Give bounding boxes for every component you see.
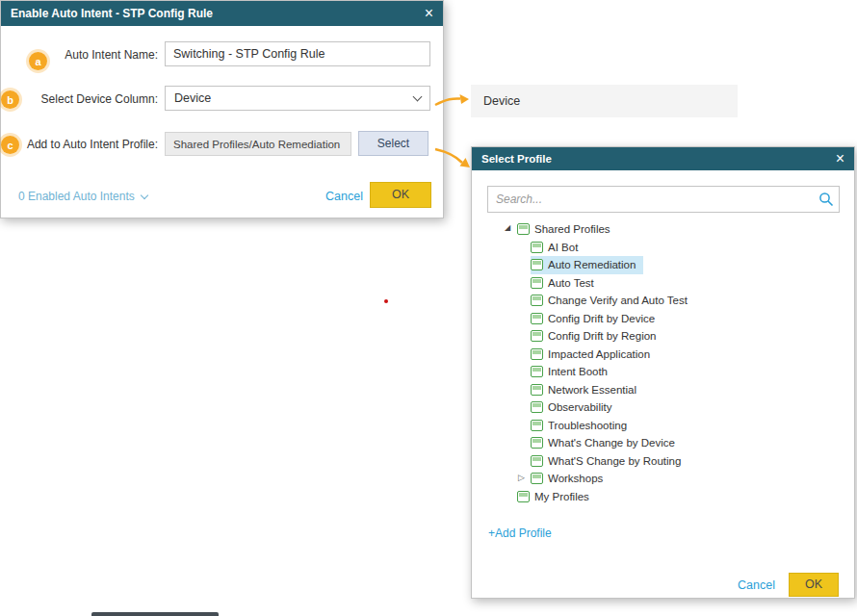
- profile-folder-icon: [531, 259, 543, 270]
- tree-item-label: Network Essential: [548, 384, 636, 396]
- tree-item-label: AI Bot: [548, 242, 578, 253]
- profile-folder-icon: [531, 313, 543, 324]
- annotation-badge-b: b: [1, 90, 19, 109]
- window-edge-fragment: [91, 612, 219, 616]
- arrowhead-icon: [460, 94, 470, 104]
- profile-folder-icon: [531, 455, 543, 467]
- cancel-button[interactable]: Cancel: [325, 190, 363, 203]
- profile-folder-icon: [531, 401, 543, 413]
- tree-item-whats-change-routing[interactable]: What'S Change by Routing: [518, 452, 841, 471]
- annotation-badge-c: c: [1, 136, 19, 154]
- screen: Enable Auto Intent - STP Config Rule × A…: [0, 0, 857, 616]
- tree-item-auto-test[interactable]: Auto Test: [518, 274, 841, 293]
- profile-folder-icon: [531, 242, 543, 253]
- profile-folder-icon: [531, 384, 543, 396]
- profile-folder-icon: [531, 330, 543, 342]
- device-column-preview: Device: [471, 85, 738, 117]
- tree-item-label: Impacted Application: [548, 348, 650, 360]
- tree-item-label: Intent Booth: [548, 366, 608, 377]
- tree-item-change-verify[interactable]: Change Verify and Auto Test: [518, 292, 841, 310]
- device-column-value: Device: [174, 91, 211, 105]
- select-profile-dialog: Select Profile × ◢ Shared Profiles AI Bo…: [471, 146, 855, 599]
- profile-folder-icon: [531, 366, 543, 377]
- tree-item-label: Shared Profiles: [534, 223, 610, 235]
- tree-item-label: Config Drift by Region: [548, 330, 657, 342]
- tree-item-label: Config Drift by Device: [548, 313, 655, 324]
- profile-folder-icon: [531, 420, 543, 431]
- add-profile-link[interactable]: +Add Profile: [488, 526, 552, 540]
- tree-item-label: Observability: [548, 401, 611, 413]
- dialog-title: Select Profile: [481, 153, 552, 165]
- expand-icon[interactable]: ◢: [505, 224, 517, 232]
- tree-item-shared-profiles[interactable]: ◢ Shared Profiles: [505, 220, 841, 239]
- chevron-down-icon: [413, 91, 423, 101]
- auto-intent-profile-value: Shared Profiles/Auto Remediation: [165, 132, 351, 156]
- device-column-select[interactable]: Device: [165, 86, 430, 111]
- ok-button[interactable]: OK: [789, 573, 839, 597]
- tree-item-impacted-application[interactable]: Impacted Application: [518, 346, 841, 364]
- ok-button[interactable]: OK: [370, 182, 431, 208]
- search-icon[interactable]: [818, 192, 834, 207]
- tree-item-label: Change Verify and Auto Test: [548, 295, 688, 306]
- profile-folder-icon: [517, 223, 530, 235]
- tree-item-troubleshooting[interactable]: Troubleshooting: [518, 417, 841, 435]
- chevron-down-icon: [141, 191, 148, 198]
- auto-intent-name-input[interactable]: [165, 41, 430, 66]
- tree-item-whats-change-device[interactable]: What's Change by Device: [518, 434, 841, 452]
- dialog-header: Enable Auto Intent - STP Config Rule ×: [1, 1, 443, 26]
- collapse-icon[interactable]: ▷: [518, 474, 531, 482]
- tree-item-observability[interactable]: Observability: [518, 398, 841, 417]
- profile-folder-icon: [531, 348, 543, 360]
- tree-item-network-essential[interactable]: Network Essential: [518, 381, 841, 399]
- search-box: [487, 186, 840, 213]
- enable-auto-intent-dialog: Enable Auto Intent - STP Config Rule × A…: [0, 0, 444, 218]
- search-input[interactable]: [487, 186, 840, 213]
- tree-item-intent-booth[interactable]: Intent Booth: [518, 363, 841, 381]
- dialog-header: Select Profile ×: [472, 147, 854, 170]
- profile-tree: ◢ Shared Profiles AI Bot Auto Remediatio…: [487, 220, 841, 505]
- tree-item-label: Workshops: [548, 473, 603, 484]
- device-column-label: Select Device Column:: [1, 92, 158, 106]
- tree-item-label: My Profiles: [534, 491, 589, 502]
- tree-item-config-drift-region[interactable]: Config Drift by Region: [518, 327, 841, 346]
- profile-folder-icon: [531, 295, 543, 306]
- auto-intent-profile-label: Add to Auto Intent Profile:: [1, 138, 158, 151]
- close-icon[interactable]: ×: [836, 151, 844, 167]
- cancel-button[interactable]: Cancel: [738, 578, 775, 592]
- close-icon[interactable]: ×: [425, 6, 433, 21]
- profile-folder-icon: [531, 437, 543, 449]
- arrowhead-icon: [460, 158, 471, 167]
- profile-folder-icon: [517, 491, 530, 502]
- tree-item-label: Auto Test: [548, 277, 594, 289]
- tree-item-config-drift-device[interactable]: Config Drift by Device: [518, 310, 841, 328]
- dialog-title: Enable Auto Intent - STP Config Rule: [11, 7, 213, 20]
- enabled-auto-intents-label: 0 Enabled Auto Intents: [18, 190, 135, 203]
- profile-folder-icon: [531, 473, 543, 484]
- tree-item-ai-bot[interactable]: AI Bot: [518, 239, 841, 257]
- auto-intent-name-label: Auto Intent Name:: [1, 48, 158, 62]
- enabled-auto-intents-link[interactable]: 0 Enabled Auto Intents: [18, 190, 147, 203]
- select-profile-button[interactable]: Select: [358, 131, 428, 156]
- tree-item-my-profiles[interactable]: My Profiles: [505, 488, 841, 506]
- stray-red-dot: [384, 299, 388, 303]
- tree-item-auto-remediation[interactable]: Auto Remediation: [518, 256, 841, 274]
- tree-item-workshops[interactable]: ▷ Workshops: [518, 470, 841, 488]
- annotation-badge-a: a: [29, 52, 47, 70]
- tree-item-label: Auto Remediation: [548, 259, 636, 270]
- tree-item-label: Troubleshooting: [548, 420, 627, 431]
- profile-folder-icon: [531, 277, 543, 289]
- tree-item-label: What'S Change by Routing: [548, 455, 681, 467]
- tree-item-label: What's Change by Device: [548, 437, 675, 449]
